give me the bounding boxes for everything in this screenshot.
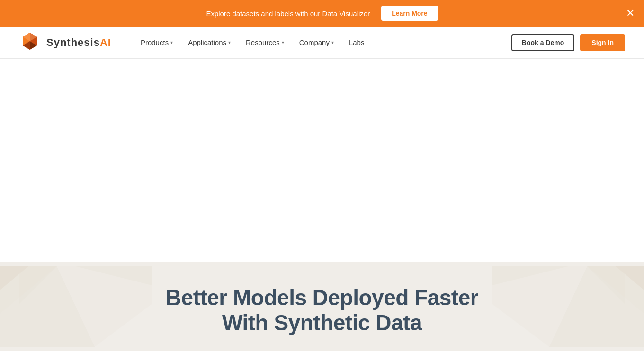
logo-synthesis-text: Synthesis bbox=[46, 37, 100, 48]
logo-ai-text: AI bbox=[100, 37, 111, 48]
svg-marker-15 bbox=[616, 266, 644, 290]
svg-marker-10 bbox=[19, 266, 57, 304]
nav-label-applications: Applications bbox=[188, 38, 226, 46]
svg-marker-17 bbox=[492, 266, 568, 285]
svg-marker-12 bbox=[587, 266, 644, 314]
nav-actions: Book a Demo Sign In bbox=[511, 34, 625, 51]
sign-in-button[interactable]: Sign In bbox=[580, 34, 625, 51]
left-decoration bbox=[0, 262, 152, 351]
top-banner: Explore datasets and labels with our Dat… bbox=[0, 0, 644, 27]
nav-item-resources[interactable]: Resources▾ bbox=[239, 35, 291, 50]
bottom-section: Better Models Deployed Faster With Synth… bbox=[0, 262, 644, 351]
svg-marker-7 bbox=[0, 266, 95, 347]
chevron-down-icon-applications: ▾ bbox=[228, 40, 231, 45]
svg-marker-16 bbox=[587, 266, 625, 304]
right-decoration bbox=[492, 262, 644, 351]
logo-link[interactable]: Synthesis AI bbox=[19, 32, 111, 54]
navbar: Synthesis AI Products▾Applications▾Resou… bbox=[0, 27, 644, 59]
logo-icon bbox=[19, 32, 41, 54]
hero-section bbox=[0, 59, 644, 262]
svg-marker-9 bbox=[0, 266, 28, 290]
svg-marker-11 bbox=[76, 266, 152, 285]
chevron-down-icon-resources: ▾ bbox=[282, 40, 284, 45]
nav-item-company[interactable]: Company▾ bbox=[293, 35, 340, 50]
learn-more-button[interactable]: Learn More bbox=[381, 6, 438, 21]
nav-label-company: Company bbox=[299, 38, 330, 46]
logo-wordmark: Synthesis AI bbox=[46, 37, 111, 48]
bottom-headline: Better Models Deployed Faster With Synth… bbox=[166, 285, 478, 335]
nav-item-applications[interactable]: Applications▾ bbox=[181, 35, 237, 50]
headline-line1: Better Models Deployed Faster bbox=[166, 285, 478, 310]
svg-marker-6 bbox=[0, 266, 57, 314]
svg-marker-13 bbox=[549, 266, 644, 347]
headline-line2: With Synthetic Data bbox=[166, 310, 478, 335]
nav-item-products[interactable]: Products▾ bbox=[134, 35, 179, 50]
nav-label-labs: Labs bbox=[349, 38, 365, 46]
nav-item-labs[interactable]: Labs bbox=[342, 35, 371, 50]
banner-text: Explore datasets and labels with our Dat… bbox=[206, 9, 370, 18]
chevron-down-icon-company: ▾ bbox=[331, 40, 334, 45]
svg-marker-8 bbox=[57, 266, 152, 347]
nav-links: Products▾Applications▾Resources▾Company▾… bbox=[134, 35, 511, 50]
close-banner-button[interactable]: ✕ bbox=[626, 8, 635, 18]
chevron-down-icon-products: ▾ bbox=[170, 40, 173, 45]
book-demo-button[interactable]: Book a Demo bbox=[511, 34, 574, 51]
svg-marker-14 bbox=[492, 266, 587, 347]
nav-label-resources: Resources bbox=[246, 38, 280, 46]
nav-label-products: Products bbox=[141, 38, 169, 46]
